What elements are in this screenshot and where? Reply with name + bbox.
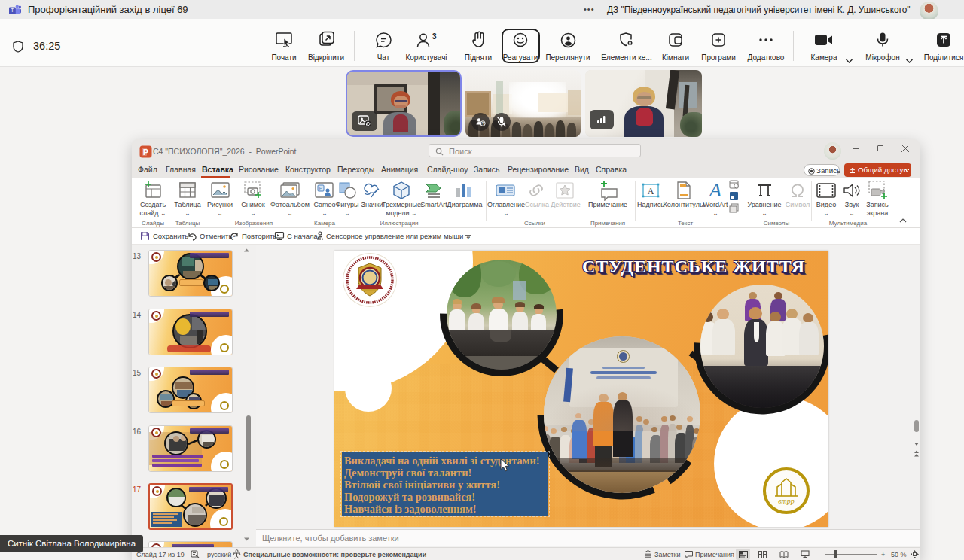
- svg-text:?: ?: [481, 121, 484, 126]
- svg-text:3: 3: [432, 32, 437, 41]
- svg-text:A: A: [648, 186, 654, 196]
- svg-text:A: A: [708, 181, 721, 200]
- svg-text:P: P: [143, 148, 148, 157]
- svg-text:втрр: втрр: [778, 497, 795, 505]
- svg-text:P: P: [319, 186, 322, 191]
- svg-text:T: T: [11, 8, 14, 13]
